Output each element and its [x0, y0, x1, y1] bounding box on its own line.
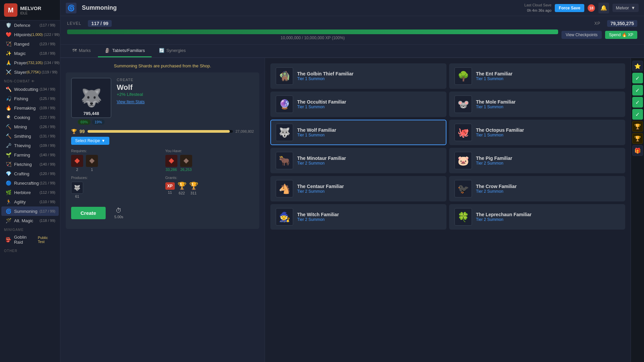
wolf-icon: 🐺	[276, 124, 293, 141]
runecrafting-icon: 🔵	[5, 180, 11, 186]
sidebar-item-smithing[interactable]: 🔨 Smithing (131 / 99)	[1, 131, 59, 141]
create-button[interactable]: Create	[71, 207, 106, 219]
view-stats-link[interactable]: View Item Stats	[117, 100, 254, 104]
sidebar-item-woodcutting[interactable]: 🪓 Woodcutting (134 / 99)	[1, 84, 59, 94]
sidebar-level-defence: (117 / 99)	[40, 23, 55, 27]
side-icon-star[interactable]: ⭐	[632, 61, 643, 71]
sidebar-item-mining[interactable]: ⛏️ Mining (126 / 99)	[1, 122, 59, 131]
sidebar-level-smithing: (131 / 99)	[40, 134, 55, 138]
minotaur-tier: Tier 2 Summon	[297, 161, 441, 166]
sidebar-item-hitpoints[interactable]: ❤️ Hitpoints (1,000) (122 / 99)	[1, 30, 59, 39]
familiar-card-wolf[interactable]: 🐺 The Wolf Familiar Tier 1 Summon	[270, 120, 446, 145]
sidebar-label-herblore: Herblore	[14, 190, 31, 195]
prayer-icon: 🙏	[5, 60, 11, 66]
side-icon-trophy-1[interactable]: 🏆	[632, 121, 643, 132]
centaur-tier: Tier 2 Summon	[297, 189, 441, 194]
sidebar-item-crafting[interactable]: 💎 Crafting (120 / 99)	[1, 169, 59, 178]
magic-icon: ✨	[5, 50, 11, 56]
witch-tier: Tier 2 Summon	[297, 217, 441, 222]
svg-marker-0	[74, 158, 80, 164]
sidebar-level-woodcutting: (134 / 99)	[40, 87, 55, 91]
have-shard-brown-icon	[180, 155, 192, 167]
side-icon-trophy-2[interactable]: 🏆	[632, 133, 643, 144]
wolf-tier: Tier 1 Summon	[297, 133, 441, 137]
sidebar-item-farming[interactable]: 🌱 Farming (140 / 99)	[1, 150, 59, 160]
witch-name: The Witch Familiar	[297, 212, 441, 217]
familiar-card-minotaur[interactable]: 🐂 The Minotaur Familiar Tier 2 Summon	[270, 148, 446, 173]
crafting-icon: 💎	[5, 171, 11, 177]
slayer-icon: ⚔️	[5, 69, 11, 75]
sidebar-item-magic[interactable]: ✨ Magic (118 / 99)	[1, 49, 59, 58]
sidebar-label-crafting: Crafting	[14, 171, 30, 176]
side-icon-gift[interactable]: 🎁	[632, 145, 643, 156]
sidebar-level-fishing: (125 / 99)	[40, 97, 55, 101]
logo-name: MELVOR	[20, 5, 41, 11]
golbin-thief-icon: 🧌	[276, 67, 293, 85]
sidebar-item-prayer[interactable]: 🙏 Prayer (732,105) (134 / 99)	[1, 58, 59, 67]
sidebar-level-alt-magic: (118 / 99)	[40, 219, 55, 223]
sidebar-item-defence[interactable]: 🛡️ Defence (117 / 99)	[1, 20, 59, 30]
minotaur-icon: 🐂	[276, 152, 293, 169]
select-recipe-chevron: ▼	[101, 138, 105, 143]
sidebar-item-fletching[interactable]: 🏹 Fletching (140 / 99)	[1, 160, 59, 169]
svg-marker-2	[169, 158, 174, 164]
tablets-label: Tablets/Familiars	[112, 48, 145, 53]
sidebar-level-thieving: (109 / 99)	[40, 143, 55, 147]
sidebar-item-runecrafting[interactable]: 🔵 Runecrafting (121 / 99)	[1, 178, 59, 188]
familiar-card-occultist[interactable]: 🔮 The Occultist Familiar Tier 1 Summon	[270, 92, 446, 117]
spend-xp-button[interactable]: Spend 🔥 XP	[605, 31, 637, 39]
sidebar-label-summoning: Summoning	[14, 209, 37, 214]
familiar-card-witch[interactable]: 🧙 The Witch Familiar Tier 2 Summon	[270, 204, 446, 230]
sidebar-item-summoning[interactable]: 🌀 Summoning (117 / 99)	[1, 206, 59, 216]
hitpoints-icon: ❤️	[5, 32, 11, 38]
notification-badge[interactable]: 18	[588, 4, 595, 12]
select-recipe-button[interactable]: Select Recipe ▼	[71, 137, 109, 145]
side-icon-check-2[interactable]: ✓	[632, 85, 643, 96]
familiar-card-golbin-thief[interactable]: 🧌 The Golbin Thief Familiar Tier 1 Summo…	[270, 63, 446, 89]
tab-marks[interactable]: 🗺 Marks	[66, 45, 97, 57]
sidebar-item-firemaking[interactable]: 🔥 Firemaking (109 / 99)	[1, 103, 59, 113]
sidebar-item-cooking[interactable]: 🍳 Cooking (122 / 99)	[1, 113, 59, 122]
sidebar-label-magic: Magic	[14, 51, 26, 56]
witch-icon: 🧙	[276, 208, 293, 226]
familiar-card-octopus[interactable]: 🐙 The Octopus Familiar Tier 1 Summon	[449, 120, 625, 145]
fishing-icon: 🎣	[5, 96, 11, 102]
sidebar-item-agility[interactable]: 🏃 Agility (110 / 99)	[1, 197, 59, 206]
have-qty-0: 33,286	[166, 168, 177, 172]
minotaur-name: The Minotaur Familiar	[297, 156, 441, 161]
sidebar-item-ranged[interactable]: 🏹 Ranged (123 / 99)	[1, 39, 59, 49]
leprechaun-icon: 🍀	[454, 208, 472, 226]
familiar-card-leprechaun[interactable]: 🍀 The Leprechaun Familiar Tier 2 Summon	[449, 204, 625, 230]
force-save-button[interactable]: Force Save	[555, 4, 584, 12]
requirements-row: Requires: 2	[71, 149, 254, 172]
sidebar-item-goblin-raid[interactable]: 👺 Goblin Raid Public Test	[1, 233, 59, 246]
sidebar-item-thieving[interactable]: 🗝️ Thieving (109 / 99)	[1, 141, 59, 150]
familiar-card-mole[interactable]: 🐭 The Mole Familiar Tier 1 Summon	[449, 92, 625, 117]
mastery-level: 99	[79, 129, 85, 134]
marks-icon: 🗺	[72, 48, 77, 53]
tab-synergies[interactable]: 🔄 Synergies	[152, 45, 193, 57]
side-icon-check-1[interactable]: ✓	[632, 73, 643, 83]
familiar-card-ent[interactable]: 🌳 The Ent Familiar Tier 1 Summon	[449, 63, 625, 89]
ent-icon: 🌳	[454, 67, 472, 85]
view-checkpoints-button[interactable]: View Checkpoints	[561, 31, 601, 39]
side-icon-check-4[interactable]: ✓	[632, 109, 643, 120]
tab-tablets-familiars[interactable]: 🗿 Tablets/Familiars	[98, 45, 152, 57]
familiar-card-pig[interactable]: 🐷 The Pig Familiar Tier 2 Summon	[449, 148, 625, 173]
sidebar-level-magic: (118 / 99)	[40, 51, 55, 55]
synergies-label: Synergies	[166, 48, 186, 53]
sidebar-item-alt-magic[interactable]: 🪄 Alt. Magic (118 / 99)	[1, 216, 59, 225]
thieving-icon: 🗝️	[5, 142, 11, 148]
xp-progress-fill	[67, 29, 558, 34]
user-menu-button[interactable]: Melvor ▼	[612, 4, 639, 12]
sidebar-item-slayer[interactable]: ⚔️ Slayer (6,775K) (119 / 99)	[1, 67, 59, 77]
bell-button[interactable]: 🔔	[598, 3, 609, 13]
have-qty-1: 26,253	[180, 168, 192, 172]
sidebar-item-fishing[interactable]: 🎣 Fishing (125 / 99)	[1, 94, 59, 103]
familiars-grid: 🧌 The Golbin Thief Familiar Tier 1 Summo…	[270, 63, 625, 230]
side-icon-check-3[interactable]: ✓	[632, 97, 643, 108]
sidebar-item-herblore[interactable]: 🌿 Herblore (112 / 99)	[1, 188, 59, 197]
familiar-card-centaur[interactable]: 🐴 The Centaur Familiar Tier 2 Summon	[270, 176, 446, 201]
grants-trophy-gold-qty: 622	[179, 191, 185, 195]
familiar-card-crow[interactable]: 🐦‍⬛ The Crow Familiar Tier 2 Summon	[449, 176, 625, 201]
